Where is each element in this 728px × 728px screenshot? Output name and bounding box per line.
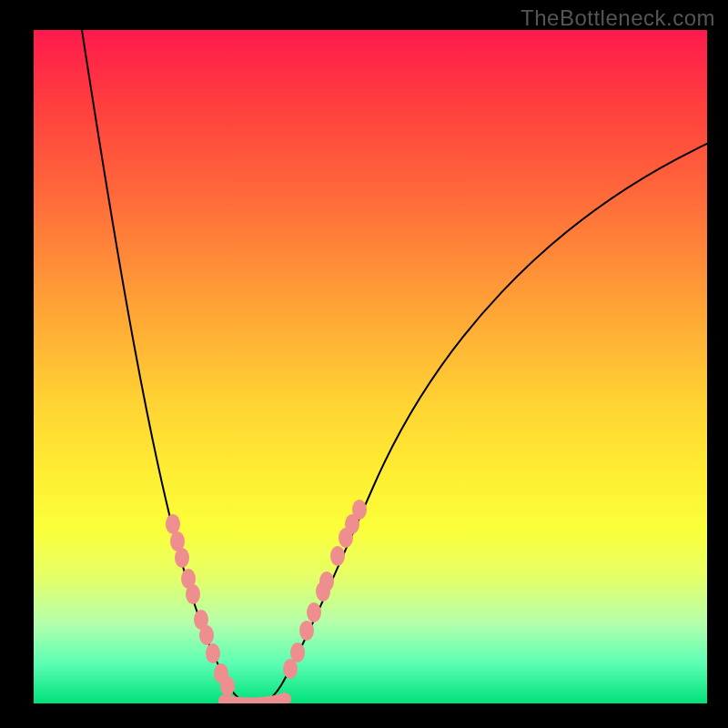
curve-right-curve <box>256 144 707 703</box>
data-point-left-6 <box>199 625 214 645</box>
watermark-text: TheBottleneck.com <box>521 5 715 31</box>
data-point-right-1 <box>290 642 305 662</box>
data-point-left-0 <box>166 514 180 534</box>
data-point-left-9 <box>220 676 235 696</box>
data-point-right-3 <box>307 602 321 622</box>
curve-left-curve <box>82 30 256 703</box>
data-point-right-6 <box>330 546 345 566</box>
data-point-right-5 <box>319 571 334 592</box>
curve-green-floor <box>225 699 285 703</box>
data-point-right-9 <box>352 500 367 520</box>
data-point-right-2 <box>299 621 314 641</box>
data-point-left-4 <box>186 584 200 604</box>
data-point-left-2 <box>175 548 189 568</box>
data-point-left-7 <box>206 643 220 663</box>
chart-frame: TheBottleneck.com <box>0 0 728 728</box>
plot-area <box>34 30 707 703</box>
chart-svg <box>34 30 707 703</box>
